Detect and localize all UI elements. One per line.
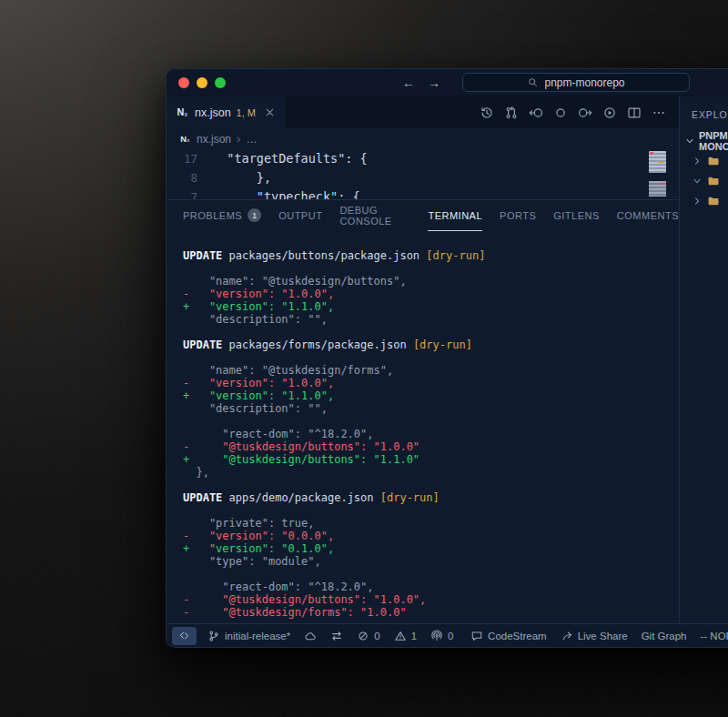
line-number: 17 — [167, 149, 212, 168]
terminal-line: "react-dom": "^18.2.0", — [183, 581, 679, 593]
explorer-tree-item[interactable] — [680, 191, 728, 211]
panel-tab-gitlens[interactable]: GITLENS — [553, 200, 600, 231]
explorer-tree-item[interactable] — [680, 171, 728, 191]
terminal-line: - "@tuskdesign/buttons": "1.0.0" — [183, 440, 679, 453]
git-graph-status[interactable]: Git Graph — [642, 631, 687, 641]
history-navigation: ← → — [402, 76, 440, 89]
line-number: 8 — [167, 168, 212, 187]
terminal-line — [183, 415, 679, 428]
panel-tab-label: TERMINAL — [428, 210, 482, 221]
editor-line[interactable]: 8 }, — [167, 168, 679, 187]
source-control-icon[interactable] — [504, 106, 519, 120]
terminal-line: - "version": "0.0.0", — [183, 530, 679, 542]
previous-change-icon[interactable] — [529, 106, 543, 120]
editor-line[interactable]: 17 "targetDefaults": { — [167, 149, 679, 168]
warning-count[interactable]: 1 — [394, 630, 417, 642]
vim-mode-indicator-label: -- NORMAL -- — [701, 631, 728, 641]
command-center-search[interactable]: pnpm-monorepo — [462, 73, 690, 92]
terminal-line: + "@tuskdesign/buttons": "1.1.0" — [183, 453, 679, 466]
error-count[interactable]: 0 — [357, 630, 379, 642]
sidebar-title: EXPLORER — [680, 106, 728, 131]
terminal-line — [183, 504, 679, 517]
panel-tab-comments[interactable]: COMMENTS — [617, 200, 679, 231]
breadcrumb-symbol[interactable]: … — [246, 133, 257, 146]
bottom-panel: PROBLEMS1OUTPUTDEBUG CONSOLETERMINALPORT… — [167, 199, 679, 623]
terminal-line: + "version": "1.1.0", — [183, 389, 679, 402]
chevron-right-icon — [691, 195, 703, 207]
vscode-window: ← → pnpm-monorepo Nx nx.json 1, M — [166, 68, 728, 648]
breadcrumb[interactable]: Nx nx.json › … — [167, 128, 679, 149]
problems-badge: 1 — [248, 208, 261, 222]
editor[interactable]: 17 "targetDefaults": {8 },7 "typecheck":… — [167, 149, 679, 199]
terminal-line — [183, 568, 679, 581]
changes-icon[interactable] — [553, 106, 568, 120]
live-share-status-label: Live Share — [578, 631, 628, 641]
terminal-line: - "@tuskdesign/buttons": "1.0.0", — [183, 593, 679, 606]
git-graph-status-label: Git Graph — [642, 631, 687, 641]
codestream-status-label: CodeStream — [488, 631, 547, 641]
panel-tab-problems[interactable]: PROBLEMS1 — [183, 200, 261, 231]
breadcrumb-file[interactable]: nx.json — [197, 133, 231, 146]
editor-line[interactable]: 7 "typecheck": { — [167, 187, 679, 199]
close-tab-icon[interactable] — [263, 106, 277, 119]
remote-indicator[interactable] — [172, 627, 197, 645]
explorer-root-folder[interactable]: PNPM-MONOREPO — [680, 131, 728, 151]
explorer-tree-item[interactable] — [680, 151, 728, 171]
live-share-status[interactable]: Live Share — [561, 630, 628, 642]
next-change-icon[interactable] — [578, 106, 592, 120]
terminal-line — [183, 326, 679, 338]
terminal-line: "private": true, — [183, 517, 679, 530]
terminal-line: "description": "", — [183, 402, 679, 415]
terminal-line: UPDATE packages/forms/package.json [dry-… — [183, 338, 679, 351]
timeline-icon[interactable] — [480, 106, 494, 120]
svg-text:N: N — [180, 135, 187, 144]
tab-modified-badge: 1, M — [237, 107, 256, 118]
line-number: 7 — [167, 187, 212, 199]
status-bar: initial-release*010 CodeStreamLive Share… — [167, 623, 728, 647]
gitlens-sync-status[interactable] — [304, 630, 317, 642]
codestream-status[interactable]: CodeStream — [470, 630, 547, 642]
terminal-line: - "version": "1.0.0", — [183, 377, 679, 389]
tab-nx-json[interactable]: Nx nx.json 1, M — [167, 96, 287, 128]
terminal-line: "description": "", — [183, 313, 679, 326]
panel-tab-label: PORTS — [500, 210, 536, 221]
go-back-button[interactable]: ← — [402, 76, 415, 89]
folder-icon — [707, 195, 720, 207]
more-actions-icon[interactable] — [652, 106, 666, 120]
git-branch-icon — [207, 630, 220, 642]
compare-status[interactable] — [330, 630, 343, 642]
terminal-line: }, — [183, 466, 679, 479]
broadcast-icon — [430, 630, 443, 642]
compare-icon — [330, 630, 343, 642]
chevron-right-icon — [691, 155, 703, 167]
panel-tab-output[interactable]: OUTPUT — [278, 200, 322, 231]
error-count-label: 0 — [374, 631, 379, 641]
titlebar: ← → pnpm-monorepo — [167, 69, 728, 96]
git-branch-status[interactable]: initial-release* — [207, 630, 290, 642]
close-window-button[interactable] — [178, 77, 189, 88]
run-icon[interactable] — [602, 106, 617, 120]
svg-text:x: x — [184, 111, 187, 117]
panel-tab-debug-console[interactable]: DEBUG CONSOLE — [339, 200, 410, 231]
terminal-line: "name": "@tuskdesign/buttons", — [183, 275, 679, 288]
go-forward-button[interactable]: → — [428, 76, 440, 89]
chevron-down-icon — [691, 175, 703, 187]
panel-tab-ports[interactable]: PORTS — [500, 200, 536, 231]
zoom-window-button[interactable] — [215, 77, 226, 88]
vim-mode-indicator[interactable]: -- NORMAL -- — [701, 631, 728, 641]
split-editor-icon[interactable] — [627, 106, 642, 120]
folder-icon — [707, 155, 720, 167]
terminal-line: UPDATE apps/demo/package.json [dry-run] — [183, 491, 679, 504]
panel-tab-label: OUTPUT — [278, 210, 322, 221]
code-text: "typecheck": { — [212, 187, 360, 199]
terminal-line — [183, 262, 679, 275]
broadcast-count[interactable]: 0 — [430, 630, 453, 642]
error-icon — [357, 630, 369, 642]
nx-file-icon: Nx — [179, 133, 191, 145]
minimize-window-button[interactable] — [197, 77, 207, 88]
terminal-output[interactable]: UPDATE packages/buttons/package.json [dr… — [167, 231, 679, 623]
nx-file-icon: Nx — [176, 106, 189, 119]
code-text: }, — [212, 168, 271, 187]
git-branch-status-label: initial-release* — [225, 631, 290, 641]
panel-tab-terminal[interactable]: TERMINAL — [428, 200, 482, 231]
